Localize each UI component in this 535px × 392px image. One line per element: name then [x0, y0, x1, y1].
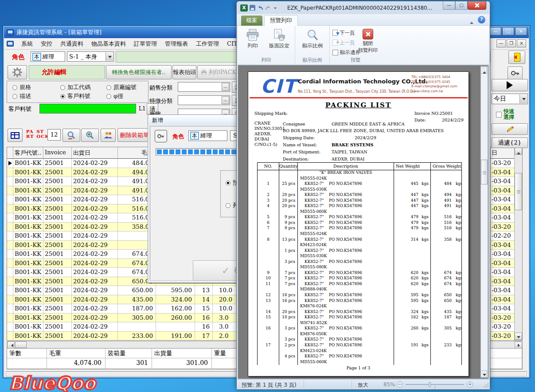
- print-pack-button[interactable]: 列印PACK: [197, 65, 240, 79]
- report-header-button[interactable]: 報表抬頭: [172, 65, 196, 79]
- minimize-button[interactable]: —: [489, 27, 501, 35]
- grid-header-cell[interactable]: 日: [491, 147, 515, 159]
- menu-item[interactable]: 共通資料: [56, 39, 87, 49]
- minimize-button[interactable]: —: [443, 1, 455, 10]
- radio-φ徑[interactable]: φ徑: [106, 92, 146, 101]
- mdi-minimize-button[interactable]: —: [496, 39, 506, 47]
- radio-label: 加工代碼: [67, 83, 90, 91]
- close-button[interactable]: ✕: [515, 27, 527, 35]
- page-size-input[interactable]: 12: [47, 129, 61, 141]
- grid-cell: 25001: [43, 332, 72, 341]
- zoom-search-button[interactable]: [81, 129, 99, 142]
- search-button[interactable]: [62, 129, 80, 142]
- page-setup-button[interactable]: 版面設定: [266, 27, 293, 57]
- tab-print-preview[interactable]: 預覽列印: [264, 15, 298, 26]
- settings-button[interactable]: [8, 65, 27, 79]
- next-page-button[interactable]: 下一頁: [332, 28, 355, 37]
- run-button[interactable]: [492, 79, 528, 91]
- quick-select-option[interactable]: 快速選擇: [496, 107, 530, 122]
- more-button[interactable]: ...: [222, 96, 229, 104]
- prev-page-button[interactable]: 上一頁: [332, 38, 355, 47]
- customer-part-input[interactable]: [39, 104, 136, 114]
- scroll-up-button[interactable]: [480, 67, 487, 74]
- key-button[interactable]: [508, 67, 523, 80]
- hscroll-thumb[interactable]: [15, 341, 27, 348]
- undo-icon[interactable]: [257, 5, 263, 11]
- users-button[interactable]: [101, 129, 116, 142]
- save-icon[interactable]: [250, 5, 255, 11]
- weight-unit: kgs: [422, 204, 429, 208]
- menu-item[interactable]: 安控: [37, 39, 56, 49]
- tab-file[interactable]: 檔案: [241, 16, 262, 26]
- grid-cell: -03-04: [491, 213, 515, 223]
- checkbox-icon[interactable]: [332, 50, 338, 55]
- radio-原廠編號[interactable]: 原廠編號: [106, 83, 146, 92]
- radio-客戶料號[interactable]: 客戶料號: [60, 92, 106, 101]
- mdi-restore-button[interactable]: ❐: [507, 39, 516, 47]
- scroll-thumb[interactable]: [515, 173, 522, 210]
- grid-header-cell[interactable]: [7, 147, 13, 159]
- role-scope-select[interactable]: S-1 _ 本身: [67, 51, 114, 62]
- menu-item[interactable]: 系統: [17, 39, 37, 49]
- customize-qat-icon[interactable]: [273, 6, 277, 10]
- key-button[interactable]: [155, 130, 167, 142]
- filter-button[interactable]: 過濾{2}: [492, 137, 528, 148]
- chevron-down-icon[interactable]: [105, 52, 113, 61]
- doc-cell: MD555-080K: [298, 265, 394, 270]
- scroll-up-button[interactable]: [515, 147, 522, 155]
- zoom-track[interactable]: [406, 384, 464, 385]
- print-button[interactable]: 列印: [241, 27, 264, 57]
- mdi-close-button[interactable]: ×: [517, 39, 526, 47]
- collapse-ribbon-icon[interactable]: [469, 17, 475, 24]
- doc-cell: MD888-040K: [298, 287, 394, 293]
- scroll-thumb[interactable]: [481, 160, 488, 184]
- scroll-down-button[interactable]: [515, 333, 522, 340]
- grid-header-cell[interactable]: 客戶代號..: [13, 147, 43, 159]
- zoom-button[interactable]: 顯示比例: [298, 27, 327, 57]
- preview-vscrollbar[interactable]: [480, 66, 488, 378]
- zoom-out-button[interactable]: −: [397, 381, 403, 388]
- menu-item[interactable]: 物品基本資料: [87, 39, 130, 49]
- radio-規格[interactable]: 規格: [12, 83, 60, 92]
- role-input[interactable]: 本 經理: [31, 51, 65, 62]
- weight-unit: kgs: [422, 282, 429, 286]
- zoom-in-button[interactable]: +: [467, 381, 473, 388]
- grid-header-cell[interactable]: Invoice: [43, 147, 72, 159]
- grid-cell: 25001: [43, 186, 72, 196]
- resize-grip[interactable]: [483, 383, 488, 388]
- zoom-slider[interactable]: − +: [397, 381, 473, 388]
- scroll-down-button[interactable]: [480, 370, 487, 377]
- transfer-role-button[interactable]: 轉換角色權限擁有者..: [106, 65, 172, 79]
- more-button[interactable]: ...: [222, 83, 229, 91]
- edit-button[interactable]: [492, 123, 528, 135]
- redo-icon[interactable]: [265, 5, 271, 11]
- doc-cell: 7 pcs: [279, 276, 298, 282]
- grid-view-button[interactable]: [8, 129, 23, 142]
- role-input[interactable]: 本 經理: [188, 130, 227, 141]
- close-button[interactable]: [468, 1, 486, 10]
- maximize-button[interactable]: ▢: [455, 1, 468, 10]
- radio-描述[interactable]: 描述: [12, 92, 60, 101]
- help-button[interactable]: ?: [478, 16, 485, 24]
- radio-加工代碼[interactable]: 加工代碼: [60, 83, 106, 92]
- menu-item[interactable]: 管理報表: [161, 39, 192, 49]
- maximize-button[interactable]: ▢: [502, 27, 514, 35]
- doc-cell: [431, 360, 462, 365]
- close-preview-button[interactable]: 關閉 預覽列印: [356, 27, 379, 57]
- grid-cell: B001-KK: [13, 250, 43, 259]
- grid-cell: 25001: [43, 168, 72, 177]
- grid-cell: 2024-02-29: [72, 241, 118, 250]
- menu-item[interactable]: 訂單管理: [130, 39, 161, 49]
- contact-line: TEL:+886(03)375 3404: [411, 75, 457, 80]
- grid-vscrollbar[interactable]: [514, 147, 522, 340]
- doc-cell: MD555-024K: [298, 176, 394, 182]
- chevron-down-icon[interactable]: [519, 94, 527, 103]
- doc-cell: 491kgs: [431, 198, 462, 204]
- zoom-handle[interactable]: [429, 382, 431, 387]
- checkbox-icon[interactable]: [496, 112, 502, 118]
- doc-cell: 595kgs: [394, 298, 431, 304]
- today-select[interactable]: 今日: [492, 94, 528, 104]
- grid-header-cell[interactable]: 出貨日: [72, 147, 118, 159]
- menu-item[interactable]: 工作管理: [192, 39, 223, 49]
- exit-button[interactable]: [508, 51, 525, 64]
